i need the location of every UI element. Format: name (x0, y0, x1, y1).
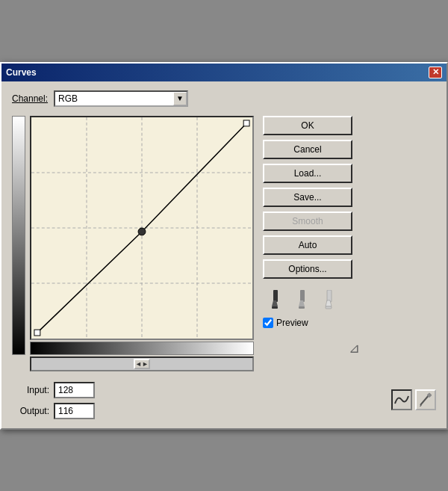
eyedropper-row (263, 288, 360, 312)
dialog-body: Channel: RGB Red Green Blue ▼ (1, 81, 447, 428)
output-label: Output: (12, 406, 49, 416)
scroll-thumb[interactable]: ◄► (134, 359, 150, 369)
resize-icon[interactable]: ⊿ (349, 340, 360, 356)
curve-svg (31, 117, 252, 339)
input-section: Input: Output: (12, 382, 95, 419)
curves-dialog: Curves ✕ Channel: RGB Red Green Blue ▼ (0, 62, 448, 430)
svg-rect-9 (273, 290, 278, 302)
gray-eyedropper-icon[interactable] (290, 288, 314, 312)
svg-rect-7 (34, 330, 40, 336)
vertical-gradient-bar (12, 116, 25, 355)
title-bar: Curves ✕ (1, 64, 447, 81)
channel-label: Channel: (12, 93, 48, 104)
close-button[interactable]: ✕ (429, 67, 442, 78)
bottom-section: Input: Output: (12, 382, 436, 419)
output-field[interactable] (54, 403, 95, 419)
input-row: Input: (12, 382, 95, 398)
scroll-bar[interactable]: ◄► (30, 356, 254, 371)
input-field[interactable] (54, 382, 95, 398)
curve-tool-icon[interactable] (391, 389, 412, 410)
curve-tool-row (391, 389, 436, 410)
dialog-title: Curves (6, 67, 37, 78)
svg-rect-11 (272, 306, 278, 309)
svg-rect-15 (327, 290, 332, 302)
preview-row: Preview (263, 318, 360, 328)
svg-rect-8 (243, 120, 249, 126)
svg-point-6 (138, 228, 146, 235)
horizontal-gradient-bar (30, 342, 254, 355)
left-panel: ◄► (12, 116, 254, 371)
svg-rect-14 (299, 306, 305, 309)
output-row: Output: (12, 403, 95, 419)
preview-checkbox-wrapper[interactable]: Preview (263, 318, 308, 328)
svg-rect-17 (326, 306, 332, 309)
black-eyedropper-icon[interactable] (263, 288, 287, 312)
cancel-button[interactable]: Cancel (263, 140, 352, 159)
save-button[interactable]: Save... (263, 188, 352, 207)
curve-area: ◄► (30, 116, 254, 371)
channel-select-wrapper[interactable]: RGB Red Green Blue ▼ (54, 90, 188, 107)
channel-row: Channel: RGB Red Green Blue ▼ (12, 90, 436, 107)
smooth-button[interactable]: Smooth (263, 211, 352, 231)
right-panel: OK Cancel Load... Save... Smooth Auto Op… (263, 116, 360, 356)
options-button[interactable]: Options... (263, 259, 352, 279)
auto-button[interactable]: Auto (263, 235, 352, 255)
input-label: Input: (12, 385, 49, 395)
white-eyedropper-icon[interactable] (317, 288, 340, 312)
preview-checkbox[interactable] (263, 318, 273, 328)
preview-label: Preview (276, 318, 308, 328)
main-row: ◄► OK Cancel Load... Save... Smooth Auto… (12, 116, 436, 371)
ok-button[interactable]: OK (263, 116, 352, 135)
pencil-tool-icon[interactable] (415, 389, 436, 410)
channel-select[interactable]: RGB Red Green Blue (54, 90, 188, 107)
input-output-section: Input: Output: (12, 382, 95, 419)
load-button[interactable]: Load... (263, 164, 352, 183)
svg-rect-12 (300, 290, 305, 302)
curve-canvas[interactable] (30, 116, 254, 340)
